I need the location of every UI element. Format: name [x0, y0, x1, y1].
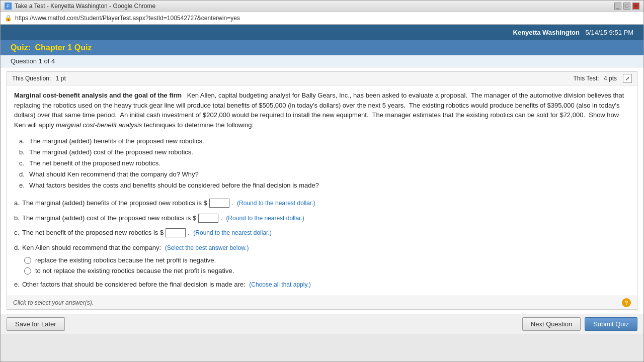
user-info: Kenyetta Washington 5/14/15 9:51 PM	[513, 29, 633, 36]
maximize-button[interactable]: □	[623, 3, 630, 10]
answer-e-row: e. Other factors that should be consider…	[14, 280, 630, 290]
sub-question-list: a. The marginal (added) benefits of the …	[14, 136, 630, 191]
answer-a-section: a. The marginal (added) benefits of the …	[14, 198, 630, 208]
answer-b-row: b. The marginal (added) cost of the prop…	[14, 213, 630, 223]
question-container: This Question: 1 pt This Test: 4 pts ⤢	[7, 71, 637, 310]
radio-item-d1[interactable]: replace the existing robotics because th…	[24, 256, 630, 264]
quiz-title: Quiz: Chapter 1 Quiz	[11, 43, 95, 52]
url-text[interactable]: https://www.mathxl.com/Student/PlayerTes…	[15, 15, 639, 22]
minimize-button[interactable]: _	[614, 3, 621, 10]
answer-b-input[interactable]	[198, 214, 218, 223]
answer-c-input[interactable]	[166, 228, 186, 237]
title-bar: P Take a Test - Kenyetta Washington - Go…	[1, 1, 643, 12]
answer-c-row: c. The net benefit of the proposed new r…	[14, 228, 630, 238]
next-question-button[interactable]: Next Question	[522, 317, 581, 331]
quiz-title-bar: Quiz: Chapter 1 Quiz	[1, 40, 643, 55]
date-time: 5/14/15 9:51 PM	[586, 29, 633, 36]
list-item: a. The marginal (added) benefits of the …	[19, 136, 630, 147]
answer-b-section: b. The marginal (added) cost of the prop…	[14, 213, 630, 223]
this-question-meta: This Question: 1 pt	[12, 75, 66, 82]
favicon: P	[5, 3, 12, 10]
radio-item-d2[interactable]: to not replace the existing robotics bec…	[24, 267, 630, 275]
submit-quiz-button[interactable]: Submit Quiz	[585, 317, 637, 331]
list-item: c. The net benefit of the proposed new r…	[19, 158, 630, 169]
question-title: Marginal cost-benefit analysis and the g…	[14, 92, 182, 99]
lock-icon: 🔒	[5, 15, 12, 22]
status-text: Click to select your answer(s).	[13, 299, 94, 306]
status-bar: Click to select your answer(s). ?	[7, 296, 637, 309]
help-icon[interactable]: ?	[622, 298, 631, 307]
answer-d-section: d. Ken Allen should recommend that the c…	[14, 243, 630, 275]
answer-a-input[interactable]	[209, 199, 229, 208]
app-content: Kenyetta Washington 5/14/15 9:51 PM Quiz…	[1, 25, 643, 334]
answer-c-section: c. The net benefit of the proposed new r…	[14, 228, 630, 238]
browser-window: P Take a Test - Kenyetta Washington - Go…	[0, 0, 644, 362]
radio-button-d1[interactable]	[24, 257, 31, 264]
close-button[interactable]: ✕	[632, 3, 639, 10]
list-item: e. What factors besides the costs and be…	[19, 180, 630, 191]
answer-a-row: a. The marginal (added) benefits of the …	[14, 198, 630, 208]
quiz-label: Quiz:	[11, 43, 31, 52]
title-bar-buttons[interactable]: _ □ ✕	[614, 3, 639, 10]
user-name: Kenyetta Washington	[513, 29, 580, 36]
list-item: d. What should Ken recommend that the co…	[19, 169, 630, 180]
save-for-later-button[interactable]: Save for Later	[7, 317, 65, 331]
radio-button-d2[interactable]	[24, 267, 31, 275]
bottom-spacer	[14, 295, 630, 296]
expand-icon[interactable]: ⤢	[623, 74, 632, 83]
answer-e-section: e. Other factors that should be consider…	[14, 280, 630, 290]
quiz-name: Chapter 1 Quiz	[35, 43, 92, 52]
question-prompt: Marginal cost-benefit analysis and the g…	[14, 90, 630, 130]
this-test-meta: This Test: 4 pts	[574, 75, 617, 82]
app-header: Kenyetta Washington 5/14/15 9:51 PM	[1, 25, 643, 40]
button-bar: Save for Later Next Question Submit Quiz	[1, 314, 643, 334]
answer-d-radio-group: replace the existing robotics because th…	[24, 256, 630, 275]
question-scroll-area[interactable]: Marginal cost-benefit analysis and the g…	[7, 85, 637, 296]
question-nav-text: Question 1 of 4	[11, 57, 55, 65]
question-meta: This Question: 1 pt This Test: 4 pts ⤢	[7, 72, 637, 85]
question-nav: Question 1 of 4	[1, 55, 643, 67]
browser-title: Take a Test - Kenyetta Washington - Goog…	[15, 3, 155, 10]
address-bar: 🔒 https://www.mathxl.com/Student/PlayerT…	[1, 12, 643, 25]
answer-d-row: d. Ken Allen should recommend that the c…	[14, 243, 630, 253]
list-item: b. The marginal (added) cost of the prop…	[19, 147, 630, 158]
